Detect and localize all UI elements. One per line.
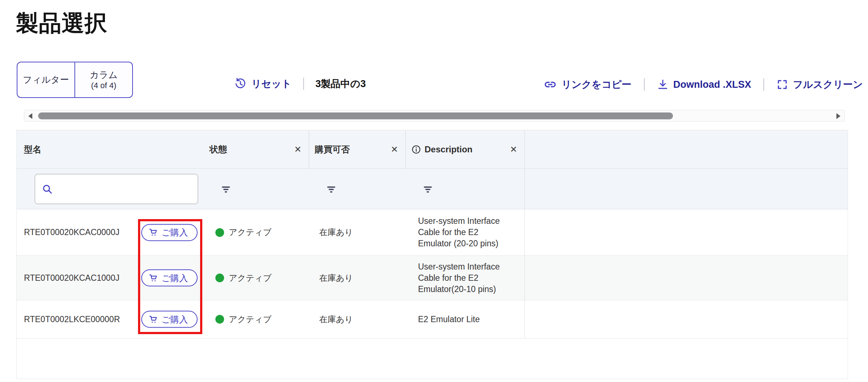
reset-button[interactable]: リセット <box>234 77 292 90</box>
cart-icon <box>149 315 158 324</box>
cell-status: アクティブ <box>204 300 309 338</box>
cell-empty <box>524 300 848 338</box>
filter-tab-label: フィルター <box>23 74 69 85</box>
filter-cell-status <box>204 169 309 209</box>
fullscreen-icon <box>776 79 788 90</box>
header-status-label: 状態 <box>210 144 227 155</box>
buy-button-label: ご購入 <box>162 313 188 325</box>
description-text: User-system Interface Cable for the E2 E… <box>418 261 500 295</box>
columns-tab[interactable]: カラム (4 of 4) <box>74 62 132 97</box>
description-filter-icon[interactable] <box>422 183 434 195</box>
copy-link-label: リンクをコピー <box>561 78 632 91</box>
status-filter-icon[interactable] <box>220 183 232 195</box>
buy-button[interactable]: ご購入 <box>141 224 198 241</box>
buy-button-label: ご購入 <box>162 272 188 284</box>
availability-text: 在庫あり <box>319 314 353 325</box>
view-controls-group: フィルター カラム (4 of 4) <box>17 62 133 98</box>
status-active-dot <box>215 228 224 237</box>
link-icon <box>544 78 557 91</box>
header-model: 型名 <box>17 130 204 168</box>
horizontal-scrollbar[interactable] <box>24 110 845 122</box>
availability-text: 在庫あり <box>319 272 353 284</box>
toolbar-left: リセット 3製品中の3 <box>234 74 366 93</box>
download-icon <box>657 79 669 90</box>
cell-model: RTE0T00020KCAC1000J ご購入 <box>17 256 204 300</box>
columns-tab-count: (4 of 4) <box>91 81 117 91</box>
fullscreen-label: フルスクリーン <box>793 78 863 91</box>
scroll-left-arrow[interactable] <box>28 113 32 119</box>
table-header-row: 型名 状態 ✕ 購買可否 ✕ Description ✕ <box>17 130 848 169</box>
separator <box>644 78 645 91</box>
filter-cell-description <box>406 169 524 209</box>
cell-description: User-system Interface Cable for the E2 E… <box>406 256 524 300</box>
filter-cell-empty <box>524 169 848 209</box>
filter-cell-availability <box>309 169 406 209</box>
remove-availability-column-icon[interactable]: ✕ <box>391 145 398 154</box>
download-xlsx-label: Download .XLSX <box>673 79 751 90</box>
page-title: 製品選択 <box>16 8 108 38</box>
header-model-label: 型名 <box>24 144 41 155</box>
reset-label: リセット <box>251 77 292 90</box>
copy-link-button[interactable]: リンクをコピー <box>544 78 632 91</box>
filter-tab[interactable]: フィルター <box>17 62 74 97</box>
availability-text: 在庫あり <box>319 227 353 238</box>
status-active-dot <box>215 315 224 324</box>
cell-description: User-system Interface Cable for the E2 E… <box>406 209 524 255</box>
status-text: アクティブ <box>229 227 272 238</box>
table-filter-row <box>17 169 848 209</box>
table-row: RTE0T00020KCAC0000J ご購入 アクティブ <box>17 209 848 256</box>
buy-button[interactable]: ご購入 <box>141 311 198 328</box>
product-selection-page: 製品選択 フィルター カラム (4 of 4) リセット 3製品中の3 <box>0 0 868 382</box>
filter-cell-model <box>17 169 204 209</box>
description-text: E2 Emulator Lite <box>418 314 480 325</box>
cell-empty <box>524 256 848 300</box>
cart-icon <box>149 228 158 237</box>
cell-model: RTE0T0002LKCE00000R ご購入 <box>17 300 204 338</box>
info-icon <box>411 145 421 154</box>
description-text: User-system Interface Cable for the E2 E… <box>418 215 500 249</box>
header-availability: 購買可否 ✕ <box>309 130 406 168</box>
status-text: アクティブ <box>229 314 272 325</box>
cell-description: E2 Emulator Lite <box>406 300 524 338</box>
model-number: RTE0T0002LKCE00000R <box>24 315 120 324</box>
toolbar-right: リンクをコピー Download .XLSX <box>544 75 863 94</box>
cell-empty <box>524 209 848 255</box>
result-count: 3製品中の3 <box>316 77 366 90</box>
buy-button-label: ご購入 <box>162 227 188 238</box>
model-search-input[interactable] <box>35 174 198 204</box>
availability-filter-icon[interactable] <box>325 183 337 195</box>
separator <box>763 78 764 91</box>
header-availability-label: 購買可否 <box>315 144 350 155</box>
model-number: RTE0T00020KCAC1000J <box>24 273 119 283</box>
header-status: 状態 ✕ <box>204 130 309 168</box>
cell-status: アクティブ <box>204 209 309 255</box>
table-row: RTE0T0002LKCE00000R ご購入 アクティブ <box>17 300 848 338</box>
separator <box>303 78 304 90</box>
cell-availability: 在庫あり <box>309 256 406 300</box>
cell-availability: 在庫あり <box>309 300 406 338</box>
scrollbar-thumb[interactable] <box>38 112 673 119</box>
scroll-right-arrow[interactable] <box>836 113 840 119</box>
cell-status: アクティブ <box>204 256 309 300</box>
status-active-dot <box>215 274 224 282</box>
remove-description-column-icon[interactable]: ✕ <box>510 145 517 154</box>
columns-tab-label: カラム <box>90 69 118 81</box>
header-description-label: Description <box>425 144 472 155</box>
header-empty <box>524 130 848 168</box>
status-text: アクティブ <box>229 272 272 284</box>
buy-button[interactable]: ご購入 <box>141 270 198 287</box>
column-divider <box>524 130 525 338</box>
fullscreen-button[interactable]: フルスクリーン <box>776 78 863 91</box>
cell-model: RTE0T00020KCAC0000J ご購入 <box>17 209 204 255</box>
product-table: 型名 状態 ✕ 購買可否 ✕ Description ✕ <box>16 130 848 379</box>
table-row: RTE0T00020KCAC1000J ご購入 アクティブ <box>17 256 848 300</box>
header-description: Description ✕ <box>406 130 524 168</box>
remove-status-column-icon[interactable]: ✕ <box>294 145 301 154</box>
model-number: RTE0T00020KCAC0000J <box>24 227 119 237</box>
cart-icon <box>149 273 158 283</box>
model-search <box>35 174 198 204</box>
reset-icon <box>234 78 247 90</box>
cell-availability: 在庫あり <box>309 209 406 255</box>
download-xlsx-button[interactable]: Download .XLSX <box>657 79 751 90</box>
